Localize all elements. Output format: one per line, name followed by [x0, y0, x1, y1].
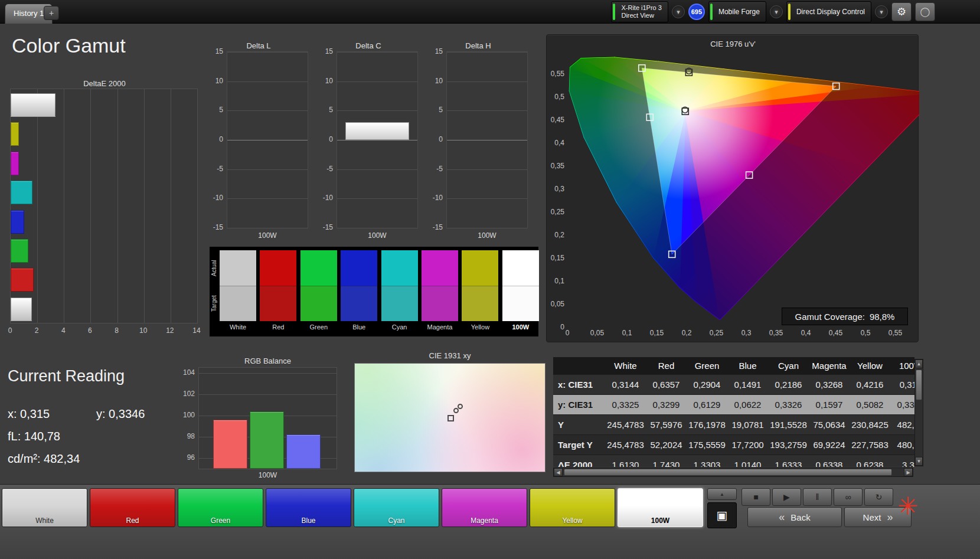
scroll-thumb[interactable]: [916, 370, 922, 400]
gridline: [337, 52, 417, 53]
source-dropdown-chevron[interactable]: ▾: [770, 5, 783, 18]
axis-tick-label: 0: [558, 329, 576, 337]
pattern-window-button[interactable]: ▣: [707, 502, 737, 528]
chart-title: DeltaE 2000: [10, 79, 199, 88]
axis-tick-label: 0,35: [767, 329, 785, 337]
patch-button-yellow[interactable]: Yellow: [530, 488, 615, 527]
table-row[interactable]: x: CIE310,31440,63570,29040,14910,21860,…: [553, 375, 914, 395]
table-cell: 17,7200: [727, 435, 768, 455]
table-row[interactable]: Target Y245,478352,2024175,555917,720019…: [553, 435, 914, 455]
scroll-up-button[interactable]: ▲: [915, 359, 923, 368]
swatch-label: 100W: [502, 323, 539, 331]
refresh-button[interactable]: ↻: [864, 488, 893, 506]
measurement-table: WhiteRedGreenBlueCyanMagentaYellow100Wx:…: [553, 357, 914, 467]
patch-label: Cyan: [354, 516, 439, 525]
stop-button[interactable]: ■: [741, 488, 770, 506]
table-horizontal-scrollbar[interactable]: ◀ ▶: [553, 468, 913, 477]
gamut-coverage-value: 98,8%: [870, 312, 895, 322]
target-row-label: Target: [211, 287, 218, 320]
axis-tick-label: 0: [316, 135, 333, 143]
arrow-down-icon: ▼: [917, 459, 922, 464]
refresh-icon: ↻: [876, 492, 883, 502]
cie1976-diagram: [567, 50, 919, 327]
play-icon: ▶: [783, 492, 790, 502]
table-header-cell: Yellow: [850, 357, 890, 374]
axis-tick-label: -10: [426, 194, 443, 202]
y-axis-labels: 151050-5-10-15: [318, 51, 334, 228]
deltae2000-x-axis: 02468101214: [10, 326, 199, 336]
settings-button[interactable]: ⚙: [891, 2, 912, 21]
gridline: [337, 110, 417, 111]
reading-x: x: 0,315: [8, 407, 50, 421]
patch-label: Green: [178, 516, 263, 525]
patch-button-cyan[interactable]: Cyan: [354, 488, 439, 527]
patch-button-magenta[interactable]: Magenta: [442, 488, 527, 527]
y-axis-labels: 1041021009896: [177, 367, 196, 469]
meter-dropdown-chevron[interactable]: ▾: [672, 5, 685, 18]
patch-button-white[interactable]: White: [2, 488, 87, 527]
add-tab-button[interactable]: +: [44, 6, 59, 20]
gridline: [37, 89, 38, 323]
table-cell: 1,3303: [687, 455, 727, 467]
deltae-bar-cyan: [11, 181, 32, 204]
actual-swatch: [341, 250, 377, 286]
patch-list-up-button[interactable]: ▲: [707, 488, 737, 500]
patch-button-100w[interactable]: 100W: [618, 488, 703, 527]
target-swatch: [422, 286, 458, 321]
chart-title: RGB Balance: [198, 357, 337, 365]
patch-button-blue[interactable]: Blue: [266, 488, 351, 527]
patch-label: 100W: [618, 516, 703, 525]
table-cell: 52,2024: [646, 435, 687, 455]
display-dropdown-chevron[interactable]: ▾: [875, 5, 888, 18]
meter-select[interactable]: X-Rite i1Pro 3 Direct View: [611, 1, 668, 22]
gridline: [227, 198, 308, 199]
gridline: [227, 110, 308, 111]
loop-button[interactable]: ∞: [834, 488, 863, 506]
display-control-select[interactable]: Direct Display Control: [786, 1, 871, 22]
pattern-bar: WhiteRedGreenBlueCyanMagentaYellow100W ▲…: [0, 484, 980, 559]
patch-button-green[interactable]: Green: [178, 488, 263, 527]
table-row-label: Y: [553, 415, 605, 434]
table-cell: 227,7583: [850, 435, 890, 455]
table-vertical-scrollbar[interactable]: ▲ ▼: [914, 359, 923, 466]
rgb-bar-blue: [286, 434, 321, 469]
axis-tick-label: -15: [426, 223, 443, 231]
pause-button[interactable]: ‖: [803, 488, 832, 506]
table-row[interactable]: ΔE 20001,61301,74301,33031,01401,63330,6…: [553, 455, 914, 467]
rgb-bar-red: [213, 420, 247, 469]
axis-tick-label: 12: [164, 326, 176, 335]
profile-button[interactable]: ◯: [915, 2, 935, 21]
back-button[interactable]: « Back: [747, 507, 842, 527]
app-window: History 1 + X-Rite i1Pro 3 Direct View ▾…: [0, 0, 980, 559]
table-cell: 193,2759: [768, 435, 809, 455]
pattern-source-select[interactable]: Mobile Forge: [708, 1, 766, 22]
axis-tick-label: 4: [57, 326, 69, 335]
axis-tick-label: 10: [207, 77, 223, 85]
scroll-right-button[interactable]: ▶: [904, 468, 913, 476]
cie1931-chart: CIE 1931 xy: [354, 349, 545, 473]
gridline: [227, 81, 308, 82]
x-axis-label: 100W: [446, 231, 528, 240]
swatch-label: White: [220, 323, 256, 331]
scroll-down-button[interactable]: ▼: [915, 457, 923, 466]
gridline: [447, 81, 527, 82]
play-button[interactable]: ▶: [772, 488, 801, 506]
table-row[interactable]: y: CIE310,33250,32990,61290,06220,33260,…: [553, 395, 914, 415]
deltae-bar-white: [11, 298, 32, 321]
patch-button-red[interactable]: Red: [90, 488, 175, 527]
gridline: [227, 140, 308, 140]
table-row-label: ΔE 2000: [553, 455, 605, 467]
target-swatch: [502, 286, 539, 321]
table-cell: 0,3268: [809, 375, 850, 394]
axis-tick-label: 0,25: [547, 208, 564, 216]
actual-swatch: [462, 250, 498, 286]
axis-tick-label: 0,2: [678, 329, 695, 337]
axis-tick-label: -5: [426, 165, 443, 173]
patch-label: Blue: [266, 516, 351, 525]
table-row[interactable]: Y245,478357,5976176,197819,0781191,55287…: [553, 415, 914, 435]
scroll-thumb[interactable]: [564, 469, 892, 476]
scroll-left-button[interactable]: ◀: [554, 468, 563, 476]
axis-tick-label: 0,55: [547, 70, 564, 78]
arrow-left-icon: ◀: [556, 470, 560, 475]
patch-label: Yellow: [530, 516, 615, 525]
